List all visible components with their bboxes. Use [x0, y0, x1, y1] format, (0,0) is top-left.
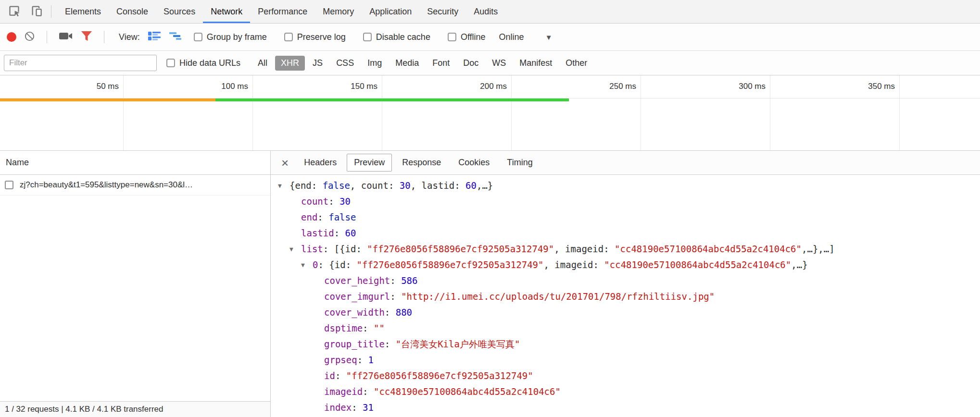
token-name: dsptime — [324, 323, 363, 333]
tab-application[interactable]: Application — [362, 0, 419, 23]
token-plain: : — [328, 196, 339, 207]
token-name: index — [324, 402, 352, 413]
checkbox-box[interactable] — [284, 33, 293, 41]
devtools-window: ElementsConsoleSourcesNetworkPerformance… — [0, 0, 980, 417]
timeline-label: 250 ms — [609, 82, 641, 91]
detail-tab-headers[interactable]: Headers — [297, 154, 344, 172]
detail-tab-preview[interactable]: Preview — [347, 154, 392, 172]
filter-type-css[interactable]: CSS — [330, 56, 360, 71]
checkbox-box[interactable] — [448, 33, 456, 41]
tab-performance[interactable]: Performance — [250, 0, 315, 23]
checkbox-group-by-frame[interactable]: Group by frame — [194, 32, 267, 42]
token-name: cover_width — [324, 307, 385, 318]
show-overview-button[interactable] — [169, 30, 182, 44]
large-request-rows-button[interactable] — [148, 30, 161, 44]
clear-button[interactable] — [24, 31, 35, 44]
expand-arrow-icon[interactable]: ▼ — [289, 241, 301, 257]
token-plain: , imageid: — [543, 259, 604, 270]
filter-type-ws[interactable]: WS — [486, 56, 512, 71]
tree-row[interactable]: cover_height: 586 — [271, 273, 980, 289]
device-toolbar-button[interactable] — [25, 2, 47, 21]
checkbox-offline[interactable]: Offline — [448, 32, 486, 42]
detail-tab-cookies[interactable]: Cookies — [451, 154, 497, 172]
tab-security[interactable]: Security — [419, 0, 466, 23]
tree-row[interactable]: cover_imgurl: "http://i1.umei.cc/uploads… — [271, 289, 980, 305]
inspect-element-button[interactable] — [3, 2, 25, 21]
request-row[interactable]: zj?ch=beauty&t1=595&listtype=new&sn=30&l… — [0, 175, 270, 196]
expand-arrow-icon[interactable]: ▼ — [301, 257, 313, 273]
filter-type-font[interactable]: Font — [427, 56, 455, 71]
checkbox-box[interactable] — [194, 33, 202, 41]
token-str: "cc48190e57100864abc4d55a2c4104c6" — [604, 259, 791, 270]
throttling-select[interactable]: Online ▼ — [499, 32, 553, 42]
tree-row[interactable]: ▼{end: false, count: 30, lastid: 60,…} — [271, 178, 980, 194]
tree-row[interactable]: lastid: 60 — [271, 225, 980, 241]
checkbox-hide-data-urls[interactable]: Hide data URLs — [166, 58, 240, 68]
token-str: "台湾美女Kila户外唯美写真" — [396, 339, 520, 349]
record-button[interactable] — [7, 32, 16, 42]
tree-row[interactable]: imageid: "cc48190e57100864abc4d55a2c4104… — [271, 384, 980, 400]
token-str: "ff276e8056f58896e7cf92505a312749" — [346, 370, 533, 381]
filter-input[interactable] — [4, 55, 157, 71]
tab-network[interactable]: Network — [203, 0, 250, 23]
tab-memory[interactable]: Memory — [315, 0, 362, 23]
tree-row[interactable]: dsptime: "" — [271, 320, 980, 336]
tab-sources[interactable]: Sources — [156, 0, 203, 23]
detail-tabbar: × HeadersPreviewResponseCookiesTiming — [271, 151, 980, 175]
checkbox-preserve-log[interactable]: Preserve log — [284, 32, 346, 42]
token-num: 31 — [363, 402, 374, 413]
tree-row[interactable]: grpseq: 1 — [271, 352, 980, 368]
detail-tab-response[interactable]: Response — [395, 154, 448, 172]
inspect-cursor-icon — [8, 4, 21, 19]
device-toolbar-icon — [30, 4, 43, 19]
checkbox-disable-cache[interactable]: Disable cache — [363, 32, 430, 42]
token-num: 586 — [401, 275, 417, 286]
tree-row[interactable]: count: 30 — [271, 194, 980, 209]
token-plain: : — [390, 275, 401, 286]
token-plain: , lastid: — [411, 180, 465, 191]
network-overview-timeline[interactable]: 50 ms100 ms150 ms200 ms250 ms300 ms350 m… — [0, 75, 980, 151]
capture-screenshots-button[interactable] — [59, 30, 73, 44]
requests-summary-bar: 1 / 32 requests | 4.1 KB / 4.1 KB transf… — [0, 401, 270, 417]
filter-type-js[interactable]: JS — [307, 56, 328, 71]
token-name: cover_imgurl — [324, 291, 390, 302]
tab-elements[interactable]: Elements — [57, 0, 109, 23]
tree-row[interactable]: end: false — [271, 209, 980, 225]
token-name: end — [301, 212, 317, 222]
filter-type-media[interactable]: Media — [389, 56, 425, 71]
checkbox-box[interactable] — [363, 33, 372, 41]
filter-type-all[interactable]: All — [252, 56, 273, 71]
tree-row[interactable]: id: "ff276e8056f58896e7cf92505a312749" — [271, 368, 980, 384]
request-checkbox[interactable] — [5, 181, 13, 189]
requests-summary: 1 / 32 requests | 4.1 KB / 4.1 KB transf… — [5, 405, 163, 414]
filter-type-doc[interactable]: Doc — [457, 56, 484, 71]
filter-type-manifest[interactable]: Manifest — [514, 56, 558, 71]
timeline-gridline — [123, 75, 124, 150]
clear-icon — [24, 31, 35, 44]
filter-type-list: AllXHRJSCSSImgMediaFontDocWSManifestOthe… — [251, 56, 594, 71]
filter-type-other[interactable]: Other — [560, 56, 593, 71]
detail-tab-timing[interactable]: Timing — [500, 154, 540, 172]
throttling-value: Online — [499, 32, 524, 42]
list-rows-icon — [148, 30, 161, 44]
tree-row[interactable]: ▼list: [{id: "ff276e8056f58896e7cf92505a… — [271, 241, 980, 257]
filter-bar: Hide data URLs AllXHRJSCSSImgMediaFontDo… — [0, 51, 980, 75]
close-icon[interactable]: × — [275, 157, 295, 169]
tab-console[interactable]: Console — [109, 0, 156, 23]
tree-row[interactable]: index: 31 — [271, 400, 980, 416]
tree-row[interactable]: group_title: "台湾美女Kila户外唯美写真" — [271, 336, 980, 352]
filter-type-xhr[interactable]: XHR — [275, 56, 305, 71]
panel-tabs: ElementsConsoleSourcesNetworkPerformance… — [57, 0, 505, 23]
timeline-label: 100 ms — [221, 82, 252, 91]
tab-audits[interactable]: Audits — [466, 0, 505, 23]
checkbox-box[interactable] — [166, 59, 175, 67]
waterfall-overview-icon — [169, 30, 182, 44]
filter-type-img[interactable]: Img — [362, 56, 388, 71]
filter-toggle-button[interactable] — [81, 31, 92, 44]
token-name: 0 — [313, 259, 318, 270]
tree-row[interactable]: ▼0: {id: "ff276e8056f58896e7cf92505a3127… — [271, 257, 980, 273]
expand-arrow-icon[interactable]: ▼ — [278, 178, 289, 194]
token-plain: : — [385, 339, 396, 349]
tree-row[interactable]: cover_width: 880 — [271, 305, 980, 320]
name-column-header[interactable]: Name — [0, 151, 270, 175]
